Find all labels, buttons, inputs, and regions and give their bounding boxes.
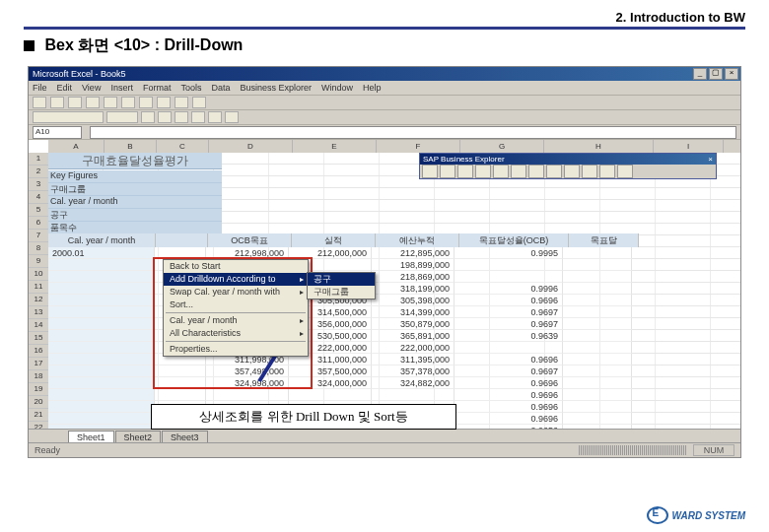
formula-input[interactable] bbox=[90, 126, 736, 139]
row-header[interactable]: 19 bbox=[29, 383, 48, 396]
sap-btn[interactable] bbox=[493, 165, 509, 178]
row-header[interactable]: 17 bbox=[29, 358, 48, 370]
cells-area[interactable]: 구매효율달성율평가 Key Figures구매그룹Cal. year / mon… bbox=[48, 153, 740, 445]
sap-btn[interactable] bbox=[511, 165, 526, 178]
maximize-button[interactable]: ▢ bbox=[709, 68, 723, 80]
row-header[interactable]: 20 bbox=[29, 396, 48, 409]
sap-btn[interactable] bbox=[582, 165, 597, 178]
sap-btn[interactable] bbox=[564, 165, 580, 178]
menu-businessexplorer[interactable]: Business Explorer bbox=[240, 83, 312, 93]
name-box[interactable]: A10 bbox=[33, 126, 82, 139]
menu-format[interactable]: Format bbox=[143, 83, 172, 93]
row-header[interactable]: 3 bbox=[29, 178, 48, 191]
col-D[interactable]: D bbox=[209, 140, 293, 153]
menu-file[interactable]: File bbox=[33, 83, 47, 93]
toolbar-btn[interactable] bbox=[68, 97, 82, 108]
menu-data[interactable]: Data bbox=[211, 83, 230, 93]
sap-toolbar[interactable]: SAP Business Explorer × bbox=[419, 153, 717, 179]
toolbar-btn[interactable] bbox=[86, 97, 100, 108]
row-header[interactable]: 8 bbox=[29, 242, 48, 255]
col-F[interactable]: F bbox=[377, 140, 460, 153]
menu-insert[interactable]: Insert bbox=[110, 83, 133, 93]
toolbar-btn[interactable] bbox=[141, 111, 155, 123]
sheet-tab[interactable]: Sheet3 bbox=[162, 431, 208, 443]
context-menu-item[interactable]: Add Drilldown According to bbox=[164, 273, 308, 286]
submenu-item[interactable]: 공구 bbox=[308, 273, 375, 286]
sheet-tab[interactable]: Sheet1 bbox=[68, 431, 114, 443]
row-header[interactable]: 11 bbox=[29, 281, 48, 294]
col-E[interactable]: E bbox=[293, 140, 377, 153]
col-B[interactable]: B bbox=[105, 140, 157, 153]
row-header[interactable]: 2 bbox=[29, 166, 48, 178]
toolbar-btn[interactable] bbox=[104, 97, 117, 108]
toolbar-btn[interactable] bbox=[192, 97, 206, 108]
menu-bar[interactable]: FileEditViewInsertFormatToolsDataBusines… bbox=[29, 81, 740, 96]
col-G[interactable]: G bbox=[460, 140, 544, 153]
context-menu-item[interactable]: Sort... bbox=[164, 299, 308, 311]
toolbar-btn[interactable] bbox=[208, 111, 222, 123]
sheet-tabs[interactable]: Sheet1Sheet2Sheet3 bbox=[29, 429, 740, 443]
row-header[interactable]: 1 bbox=[29, 153, 48, 166]
size-combo[interactable] bbox=[106, 111, 138, 123]
sap-btn[interactable] bbox=[528, 165, 544, 178]
sap-btn[interactable] bbox=[475, 165, 491, 178]
menu-tools[interactable]: Tools bbox=[180, 83, 201, 93]
formatting-toolbar[interactable] bbox=[29, 110, 740, 125]
row-header[interactable]: 12 bbox=[29, 294, 48, 306]
context-menu-item[interactable]: Cal. year / month bbox=[164, 314, 308, 327]
row-header[interactable]: 4 bbox=[29, 191, 48, 204]
context-menu-item[interactable]: Swap Cal. year / month with bbox=[164, 286, 308, 299]
sap-btn[interactable] bbox=[440, 165, 455, 178]
context-menu-item[interactable]: Properties... bbox=[164, 343, 308, 356]
row-header[interactable]: 14 bbox=[29, 319, 48, 332]
data-col-header: 목표달 bbox=[569, 233, 639, 247]
toolbar-btn[interactable] bbox=[158, 111, 172, 123]
col-I[interactable]: I bbox=[654, 140, 724, 153]
context-menu[interactable]: Back to StartAdd Drilldown According toS… bbox=[163, 259, 309, 357]
row-header[interactable]: 9 bbox=[29, 255, 48, 268]
row-header[interactable]: 10 bbox=[29, 268, 48, 281]
data-cell bbox=[563, 413, 632, 425]
menu-window[interactable]: Window bbox=[321, 83, 353, 93]
standard-toolbar[interactable] bbox=[29, 96, 740, 110]
row-header[interactable]: 6 bbox=[29, 217, 48, 230]
close-button[interactable]: × bbox=[725, 68, 738, 80]
row-header[interactable]: 13 bbox=[29, 306, 48, 319]
sap-btn[interactable] bbox=[457, 165, 473, 178]
row-header[interactable]: 16 bbox=[29, 345, 48, 358]
toolbar-btn[interactable] bbox=[139, 97, 153, 108]
menu-edit[interactable]: Edit bbox=[57, 83, 73, 93]
col-H[interactable]: H bbox=[544, 140, 654, 153]
font-combo[interactable] bbox=[33, 111, 104, 123]
sap-toolbar-close-icon[interactable]: × bbox=[708, 154, 713, 165]
sap-btn[interactable] bbox=[546, 165, 562, 178]
col-A[interactable]: A bbox=[48, 140, 105, 153]
slide-title-text: Bex 화면 <10> : Drill-Down bbox=[44, 36, 243, 53]
sheet-tab[interactable]: Sheet2 bbox=[115, 431, 162, 443]
toolbar-btn[interactable] bbox=[225, 111, 239, 123]
row-header[interactable]: 21 bbox=[29, 409, 48, 422]
col-C[interactable]: C bbox=[157, 140, 209, 153]
sap-btn[interactable] bbox=[422, 165, 438, 178]
context-menu-item[interactable]: All Characteristics bbox=[164, 327, 308, 340]
row-header[interactable]: 7 bbox=[29, 230, 48, 242]
sap-btn[interactable] bbox=[617, 165, 633, 178]
toolbar-btn[interactable] bbox=[175, 97, 188, 108]
worksheet-grid[interactable]: A B C D E F G H I 1234567891011121314151… bbox=[29, 140, 740, 445]
toolbar-btn[interactable] bbox=[121, 97, 135, 108]
submenu-item[interactable]: 구매그룹 bbox=[308, 286, 375, 299]
row-header[interactable]: 18 bbox=[29, 370, 48, 383]
toolbar-btn[interactable] bbox=[33, 97, 46, 108]
row-header[interactable]: 15 bbox=[29, 332, 48, 345]
menu-view[interactable]: View bbox=[82, 83, 101, 93]
toolbar-btn[interactable] bbox=[191, 111, 205, 123]
context-menu-item[interactable]: Back to Start bbox=[164, 260, 308, 273]
sap-btn[interactable] bbox=[599, 165, 615, 178]
row-header[interactable]: 5 bbox=[29, 204, 48, 217]
minimize-button[interactable]: _ bbox=[693, 68, 707, 80]
toolbar-btn[interactable] bbox=[175, 111, 188, 123]
toolbar-btn[interactable] bbox=[157, 97, 171, 108]
context-submenu[interactable]: 공구구매그룹 bbox=[307, 272, 376, 299]
menu-help[interactable]: Help bbox=[363, 83, 382, 93]
toolbar-btn[interactable] bbox=[50, 97, 64, 108]
